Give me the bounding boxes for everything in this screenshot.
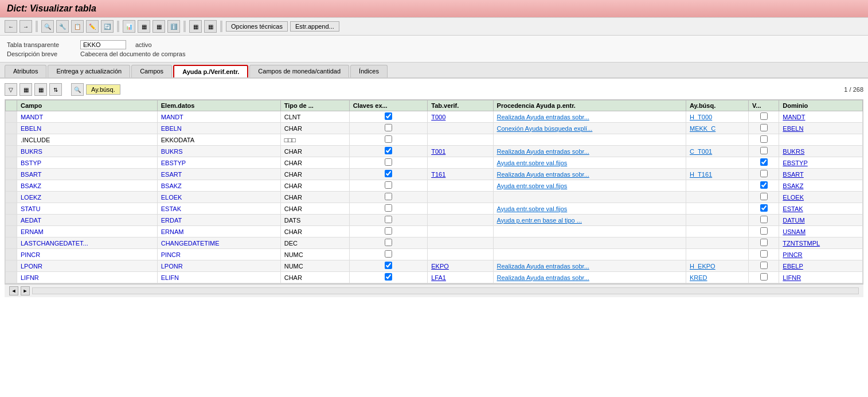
tab-campos[interactable]: Campos xyxy=(131,65,172,77)
filter-button[interactable]: ▽ xyxy=(5,83,17,96)
dominio-link[interactable]: EBSTYP xyxy=(783,159,807,166)
cell-v[interactable] xyxy=(749,169,779,180)
dominio-link[interactable]: MANDT xyxy=(783,114,805,120)
dominio-link[interactable]: BSAKZ xyxy=(783,182,803,189)
tools-button[interactable]: 🔧 xyxy=(56,20,69,33)
cell-v[interactable] xyxy=(749,123,779,134)
tab-ayuda[interactable]: Ayuda p./Verif.entr. xyxy=(173,65,248,77)
search-button[interactable]: 🔍 xyxy=(41,20,54,33)
dominio-link[interactable]: DATUM xyxy=(783,217,804,224)
edit-button[interactable]: ✏️ xyxy=(86,20,99,33)
dominio-link[interactable]: BSART xyxy=(783,171,803,178)
tab-moneda[interactable]: Campos de moneda/cantidad xyxy=(249,65,349,77)
cell-clave[interactable] xyxy=(349,157,428,169)
v-checkbox[interactable] xyxy=(760,135,768,143)
v-checkbox[interactable] xyxy=(760,227,768,235)
clave-checkbox[interactable] xyxy=(385,112,392,120)
col-tabver[interactable]: Tab.verif. xyxy=(428,100,493,111)
proc-link[interactable]: Realizada Ayuda entradas sobr... xyxy=(497,263,589,270)
ayb-link[interactable]: C_T001 xyxy=(690,148,712,155)
tabver-link[interactable]: T000 xyxy=(431,114,445,120)
tabver-link[interactable]: LFA1 xyxy=(431,274,446,281)
col-ayb[interactable]: Ay.búsq. xyxy=(686,100,749,111)
cell-clave[interactable] xyxy=(349,192,428,203)
forward-button[interactable]: → xyxy=(19,20,32,33)
cell-clave[interactable] xyxy=(349,215,428,226)
ayb-link[interactable]: KRED xyxy=(690,274,707,281)
cell-clave[interactable] xyxy=(349,146,428,157)
clave-checkbox[interactable] xyxy=(385,216,392,223)
dominio-link[interactable]: EBELN xyxy=(783,125,803,132)
v-checkbox[interactable] xyxy=(760,273,768,281)
layout-button[interactable]: 📊 xyxy=(123,20,135,33)
clave-checkbox[interactable] xyxy=(385,204,392,212)
dominio-link[interactable]: PINCR xyxy=(783,251,802,258)
col-proc[interactable]: Procedencia Ayuda p.entr. xyxy=(493,100,686,111)
proc-link[interactable]: Ayuda entr.sobre val.fijos xyxy=(497,205,568,212)
v-checkbox[interactable] xyxy=(760,124,768,131)
col-elem[interactable]: Elem.datos xyxy=(157,100,280,111)
grid1-button[interactable]: ▦ xyxy=(189,20,202,33)
v-checkbox[interactable] xyxy=(760,158,768,166)
dominio-link[interactable]: ESTAK xyxy=(783,205,803,212)
proc-link[interactable]: Realizada Ayuda entradas sobr... xyxy=(497,274,589,281)
proc-link[interactable]: Conexión Ayuda búsqueda explí... xyxy=(497,125,593,132)
cell-v[interactable] xyxy=(749,226,779,238)
cell-clave[interactable] xyxy=(349,123,428,134)
back-button[interactable]: ← xyxy=(5,20,17,33)
ayb-link[interactable]: H_EKPO xyxy=(690,263,715,270)
cell-clave[interactable] xyxy=(349,180,428,192)
tabver-link[interactable]: T161 xyxy=(431,171,445,178)
dominio-link[interactable]: LIFNR xyxy=(783,274,801,281)
clave-checkbox[interactable] xyxy=(385,262,392,269)
clave-checkbox[interactable] xyxy=(385,227,392,235)
cell-clave[interactable] xyxy=(349,203,428,215)
cell-clave[interactable] xyxy=(349,249,428,260)
nav-right[interactable]: ► xyxy=(21,286,30,295)
proc-link[interactable]: Ayuda entr.sobre val.fijos xyxy=(497,182,568,189)
clave-checkbox[interactable] xyxy=(385,135,392,143)
col-clave[interactable]: Claves ex... xyxy=(349,100,428,111)
dominio-link[interactable]: TZNTSTMPL xyxy=(783,240,820,247)
col-v[interactable]: V... xyxy=(749,100,779,111)
proc-link[interactable]: Ayuda entr.sobre val.fijos xyxy=(497,159,568,166)
proc-link[interactable]: Realizada Ayuda entradas sobr... xyxy=(497,114,589,120)
grid4-button[interactable]: ▦ xyxy=(34,83,47,96)
cell-clave[interactable] xyxy=(349,134,428,146)
clipboard-button[interactable]: 📋 xyxy=(71,20,84,33)
proc-link[interactable]: Ayuda p.entr.en base al tipo ... xyxy=(497,217,582,224)
v-checkbox[interactable] xyxy=(760,239,768,246)
col-tipo[interactable]: Tipo de ... xyxy=(280,100,349,111)
clave-checkbox[interactable] xyxy=(385,147,392,154)
cell-v[interactable] xyxy=(749,180,779,192)
cell-v[interactable] xyxy=(749,146,779,157)
v-checkbox[interactable] xyxy=(760,262,768,269)
clave-checkbox[interactable] xyxy=(385,124,392,131)
clave-checkbox[interactable] xyxy=(385,193,392,200)
clave-checkbox[interactable] xyxy=(385,239,392,246)
dominio-link[interactable]: EBELP xyxy=(783,263,803,270)
col-campo[interactable]: Campo xyxy=(17,100,158,111)
search2-button[interactable]: 🔍 xyxy=(71,83,84,96)
proc-link[interactable]: Realizada Ayuda entradas sobr... xyxy=(497,171,589,178)
cell-v[interactable] xyxy=(749,260,779,272)
scroll-bar[interactable] xyxy=(32,287,859,294)
table-button[interactable]: ▦ xyxy=(153,20,165,33)
clave-checkbox[interactable] xyxy=(385,181,392,189)
cell-v[interactable] xyxy=(749,238,779,249)
grid3-button[interactable]: ▦ xyxy=(19,83,32,96)
sort-button[interactable]: ⇅ xyxy=(49,83,62,96)
ayb-link[interactable]: H_T000 xyxy=(690,114,712,120)
cell-v[interactable] xyxy=(749,192,779,203)
v-checkbox[interactable] xyxy=(760,170,768,177)
cell-v[interactable] xyxy=(749,203,779,215)
refresh-button[interactable]: 🔄 xyxy=(101,20,114,33)
clave-checkbox[interactable] xyxy=(385,170,392,177)
dominio-link[interactable]: ELOEK xyxy=(783,194,804,201)
cell-clave[interactable] xyxy=(349,272,428,283)
cell-clave[interactable] xyxy=(349,111,428,123)
list-button[interactable]: ▦ xyxy=(138,20,150,33)
cell-v[interactable] xyxy=(749,157,779,169)
cell-v[interactable] xyxy=(749,134,779,146)
tab-indices[interactable]: Índices xyxy=(350,65,388,77)
